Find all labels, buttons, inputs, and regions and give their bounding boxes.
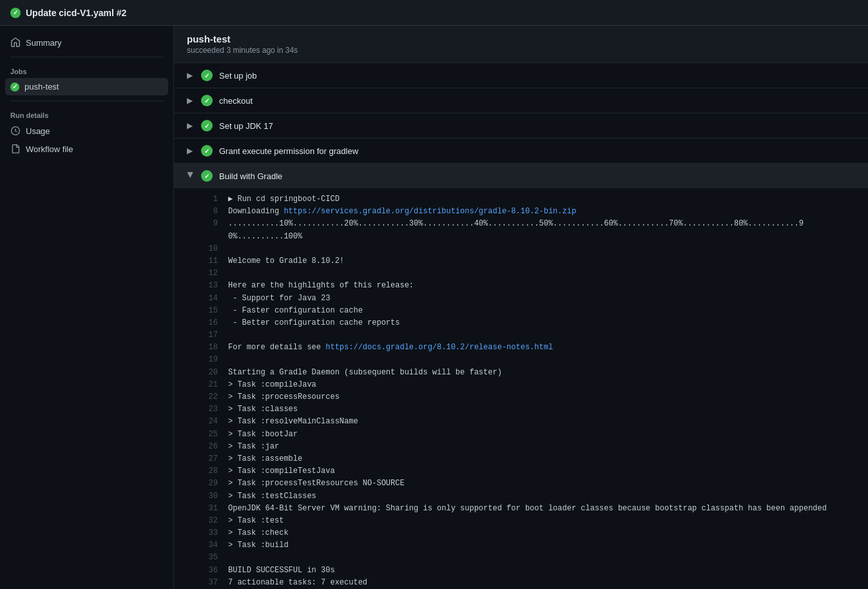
log-line-content: Here are the highlights of this release: — [228, 280, 414, 292]
step-set-up-job[interactable]: ▶ Set up job — [174, 63, 868, 88]
job-name: push-test — [187, 34, 855, 44]
sidebar-workflow-file-label: Workflow file — [26, 144, 73, 154]
log-line: 16 - Better configuration cache reports — [202, 317, 855, 329]
log-link[interactable]: https://docs.gradle.org/8.10.2/release-n… — [325, 343, 553, 352]
sidebar-item-workflow-file[interactable]: Workflow file — [0, 140, 173, 158]
step-name-build-gradle: Build with Gradle — [219, 171, 282, 181]
log-line-content: - Better configuration cache reports — [228, 317, 400, 329]
content-area: push-test succeeded 3 minutes ago in 34s… — [174, 26, 868, 589]
step-set-up-jdk[interactable]: ▶ Set up JDK 17 — [174, 113, 868, 139]
log-line: 20Starting a Gradle Daemon (subsequent b… — [202, 367, 855, 379]
log-line-number: 13 — [202, 280, 218, 292]
log-line-number: 11 — [202, 255, 218, 267]
log-line-number: 19 — [202, 354, 218, 366]
log-line-content: > Task :testClasses — [228, 490, 316, 503]
steps-container: ▶ Set up job ▶ checkout ▶ Set up JDK 17 … — [174, 63, 868, 589]
log-line-number: 22 — [202, 391, 218, 403]
log-line: 19 — [202, 354, 855, 366]
sidebar-item-push-test[interactable]: push-test — [5, 78, 168, 95]
log-line: 15 - Faster configuration cache — [202, 305, 855, 317]
sidebar-divider-2 — [10, 101, 163, 101]
sidebar-item-summary[interactable]: Summary — [0, 34, 173, 52]
log-line-number: 12 — [202, 267, 218, 280]
log-line-content: > Task :assemble — [228, 453, 302, 465]
log-line-content: For more details see https://docs.gradle… — [228, 342, 553, 354]
job-header: push-test succeeded 3 minutes ago in 34s — [174, 26, 868, 63]
log-line-content: > Task :processResources — [228, 391, 340, 403]
log-line-content: > Task :resolveMainClassName — [228, 416, 358, 428]
step-build-gradle[interactable]: ▶ Build with Gradle — [174, 164, 868, 188]
log-line-number: 14 — [202, 293, 218, 305]
log-line-number: 34 — [202, 539, 218, 552]
job-status-icon — [10, 82, 19, 92]
step-name-grant-execute: Grant execute permission for gradlew — [219, 146, 358, 156]
top-bar: Update cicd-V1.yaml #2 — [0, 0, 868, 26]
log-line-content: > Task :processTestResources NO-SOURCE — [228, 478, 405, 490]
log-line-content: > Task :bootJar — [228, 429, 298, 441]
log-line-number: 25 — [202, 429, 218, 441]
sidebar-divider-1 — [10, 57, 163, 57]
log-line: 8Downloading https://services.gradle.org… — [202, 206, 855, 218]
log-line-number: 31 — [202, 503, 218, 515]
chevron-down-icon: ▶ — [186, 172, 195, 180]
log-line-number: 24 — [202, 416, 218, 428]
sidebar-summary-label: Summary — [26, 38, 62, 48]
log-line: 33> Task :check — [202, 527, 855, 539]
step-name-checkout: checkout — [219, 96, 253, 106]
log-line-number: 18 — [202, 342, 218, 354]
log-line-number: 15 — [202, 305, 218, 317]
log-line-number: 36 — [202, 565, 218, 577]
sidebar-item-usage[interactable]: Usage — [0, 122, 173, 140]
log-line-content: - Support for Java 23 — [228, 293, 330, 305]
log-line-number: 20 — [202, 367, 218, 379]
log-line-number: 35 — [202, 552, 218, 564]
log-line-content: > Task :compileJava — [228, 379, 316, 391]
log-line-content: 7 actionable tasks: 7 executed — [228, 577, 367, 589]
log-line-number: 37 — [202, 577, 218, 589]
log-line: 36BUILD SUCCESSFUL in 30s — [202, 565, 855, 577]
sidebar-jobs-label: Jobs — [0, 63, 173, 78]
step-grant-execute[interactable]: ▶ Grant execute permission for gradlew — [174, 139, 868, 164]
log-line-content: OpenJDK 64-Bit Server VM warning: Sharin… — [228, 503, 827, 515]
log-line-content: > Task :compileTestJava — [228, 465, 335, 478]
step-checkout[interactable]: ▶ checkout — [174, 88, 868, 113]
log-line-number: 30 — [202, 490, 218, 503]
log-line: 25> Task :bootJar — [202, 429, 855, 441]
log-line-content: BUILD SUCCESSFUL in 30s — [228, 565, 335, 577]
log-line-number: 10 — [202, 243, 218, 255]
log-line-content: > Task :check — [228, 527, 289, 539]
log-line-number: 17 — [202, 329, 218, 342]
log-line: 17 — [202, 329, 855, 342]
log-line: 32> Task :test — [202, 515, 855, 527]
log-line: 26> Task :jar — [202, 441, 855, 453]
log-line: 29> Task :processTestResources NO-SOURCE — [202, 478, 855, 490]
log-line-content: > Task :classes — [228, 403, 298, 416]
log-line: 13Here are the highlights of this releas… — [202, 280, 855, 292]
log-line-number: 33 — [202, 527, 218, 539]
log-link[interactable]: https://services.gradle.org/distribution… — [284, 207, 576, 216]
job-meta: succeeded 3 minutes ago in 34s — [187, 46, 855, 55]
status-icon-success — [10, 8, 21, 18]
log-line-number: 8 — [202, 206, 218, 218]
log-line: 21> Task :compileJava — [202, 379, 855, 391]
log-line-number: 29 — [202, 478, 218, 490]
log-line: 23> Task :classes — [202, 403, 855, 416]
step-success-icon — [201, 170, 213, 182]
log-line-number: 23 — [202, 403, 218, 416]
step-name-jdk: Set up JDK 17 — [219, 121, 273, 131]
log-line-number: 28 — [202, 465, 218, 478]
log-line-content: > Task :test — [228, 515, 284, 527]
log-line: 377 actionable tasks: 7 executed — [202, 577, 855, 589]
chevron-right-icon: ▶ — [187, 71, 195, 80]
log-line: 34> Task :build — [202, 539, 855, 552]
log-line: 11Welcome to Gradle 8.10.2! — [202, 255, 855, 267]
log-line: 18For more details see https://docs.grad… — [202, 342, 855, 354]
log-line-number: 16 — [202, 317, 218, 329]
sidebar-usage-label: Usage — [26, 126, 50, 136]
step-name-set-up-job: Set up job — [219, 71, 257, 81]
log-line: 31OpenJDK 64-Bit Server VM warning: Shar… — [202, 503, 855, 515]
sidebar-run-details-label: Run details — [0, 106, 173, 122]
log-line-content: Downloading https://services.gradle.org/… — [228, 206, 576, 218]
log-line-content: Welcome to Gradle 8.10.2! — [228, 255, 344, 267]
log-line-content: ...........10%...........20%...........3… — [228, 218, 855, 242]
